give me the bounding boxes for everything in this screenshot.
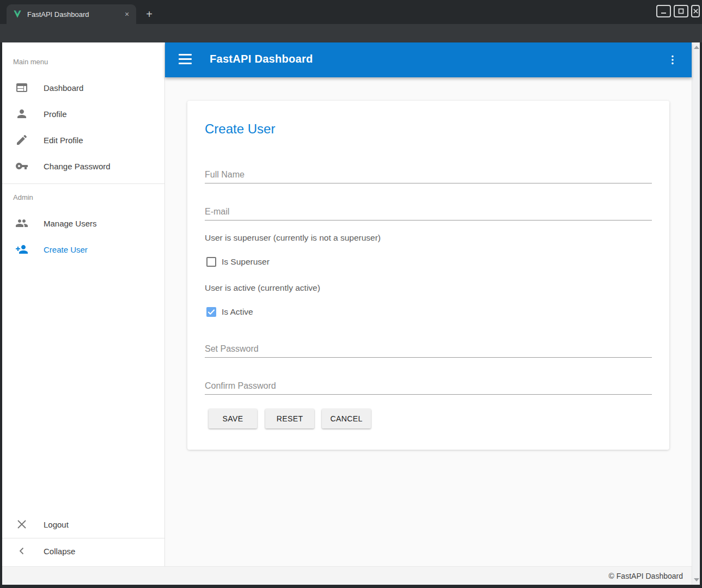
reset-button[interactable]: RESET [265, 409, 314, 428]
sidebar-item-create-user[interactable]: Create User [2, 236, 164, 262]
sidebar-item-change-password[interactable]: Change Password [2, 153, 164, 179]
key-icon [15, 160, 28, 173]
sidebar-item-manage-users[interactable]: Manage Users [2, 210, 164, 236]
sidebar-item-edit-profile[interactable]: Edit Profile [2, 127, 164, 153]
vue-logo-icon [13, 10, 22, 19]
sidebar-item-label: Edit Profile [44, 136, 83, 145]
window-close-button[interactable] [691, 5, 700, 17]
tab-title: FastAPI Dashboard [27, 10, 122, 19]
email-input[interactable] [205, 203, 652, 220]
sidebar: Main menu Dashboard Profile Edit Profile… [2, 42, 165, 566]
scroll-down-icon[interactable] [694, 578, 699, 581]
tab-close-icon[interactable]: × [122, 9, 132, 19]
people-icon [15, 217, 28, 230]
sidebar-item-label: Collapse [44, 547, 75, 556]
sidebar-item-collapse[interactable]: Collapse [2, 538, 164, 564]
pencil-icon [15, 133, 28, 146]
sidebar-divider [2, 183, 164, 184]
sidebar-item-label: Manage Users [44, 219, 97, 228]
cancel-button[interactable]: CANCEL [322, 409, 371, 428]
copyright-text: © FastAPI Dashboard [609, 572, 683, 580]
sidebar-section-admin: Admin [13, 193, 33, 201]
active-helper-text: User is active (currently active) [205, 283, 320, 293]
menu-hamburger-icon[interactable] [179, 54, 192, 66]
chevron-left-icon [15, 544, 28, 558]
window-minimize-button[interactable] [656, 5, 671, 17]
browser-titlebar: FastAPI Dashboard × + [0, 0, 702, 24]
scroll-up-icon[interactable] [694, 46, 699, 49]
person-add-icon [15, 243, 28, 256]
create-user-card: Create User User is superuser (currently… [187, 101, 669, 450]
is-active-checkbox-row[interactable]: Is Active [206, 307, 253, 317]
save-button[interactable]: SAVE [209, 409, 257, 428]
checkbox-label: Is Active [222, 307, 253, 317]
sidebar-item-logout[interactable]: Logout [2, 511, 164, 537]
is-superuser-checkbox-row[interactable]: Is Superuser [206, 256, 270, 267]
close-x-icon [15, 518, 28, 531]
browser-window: FastAPI Dashboard × + localhost/main/ [0, 0, 702, 588]
full-name-input[interactable] [205, 166, 652, 183]
sidebar-item-dashboard[interactable]: Dashboard [2, 75, 164, 101]
sidebar-item-profile[interactable]: Profile [2, 101, 164, 127]
sidebar-item-label: Dashboard [44, 83, 83, 93]
new-tab-button[interactable]: + [143, 8, 156, 21]
page-content: Main menu Dashboard Profile Edit Profile… [2, 42, 700, 585]
checkbox-unchecked-icon[interactable] [206, 257, 216, 267]
sidebar-item-label: Create User [44, 245, 88, 254]
page-scrollbar[interactable] [692, 42, 700, 585]
superuser-helper-text: User is superuser (currently is not a su… [205, 233, 381, 243]
browser-toolbar: localhost/main/admin/users/create [0, 24, 702, 42]
sidebar-item-label: Profile [44, 109, 67, 119]
confirm-password-input[interactable] [205, 377, 652, 395]
app-header: FastAPI Dashboard [165, 42, 692, 77]
sidebar-item-label: Logout [44, 520, 69, 529]
checkbox-checked-icon[interactable] [206, 307, 216, 317]
page-footer: © FastAPI Dashboard [2, 566, 692, 585]
sidebar-section-main-menu: Main menu [13, 58, 48, 66]
window-maximize-button[interactable] [674, 5, 688, 17]
checkbox-label: Is Superuser [222, 257, 270, 267]
form-title: Create User [205, 121, 275, 137]
app-title: FastAPI Dashboard [210, 53, 313, 65]
set-password-input[interactable] [205, 340, 652, 358]
browser-tab[interactable]: FastAPI Dashboard × [7, 4, 136, 24]
app-more-icon[interactable] [666, 53, 679, 66]
person-icon [15, 107, 28, 120]
dashboard-icon [15, 81, 28, 94]
sidebar-item-label: Change Password [44, 162, 111, 171]
